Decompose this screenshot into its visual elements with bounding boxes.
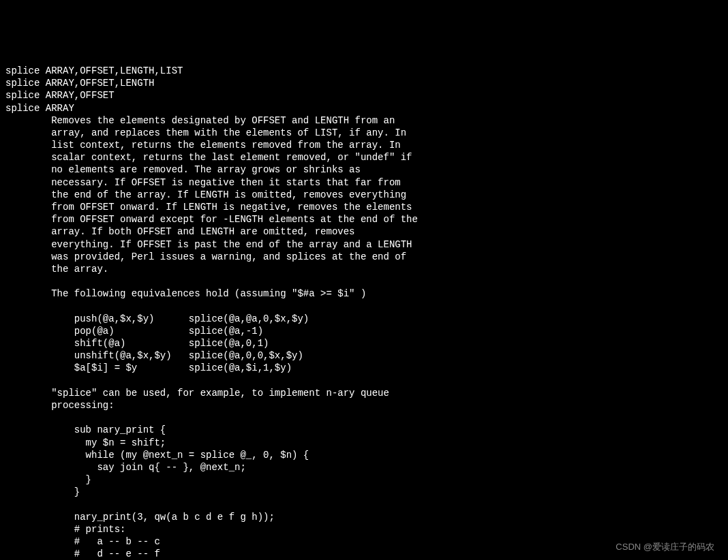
description-line: no elements are removed. The array grows… [5,164,361,175]
description-line: scalar context, returns the last element… [5,152,412,163]
description-line: list context, returns the elements remov… [5,140,401,151]
example-code-line: my $n = shift; [5,437,166,448]
example-code-line: # prints: [5,524,125,535]
example-code-line: # d -- e -- f [5,548,160,559]
equivalences-intro: The following equivalences hold (assumin… [5,288,366,299]
example-code-line: say join q{ -- }, @next_n; [5,462,246,473]
equivalence-row: shift(@a) splice(@a,0,1) [5,338,269,349]
example-code-line: # a -- b -- c [5,536,160,547]
description-line: array. If both OFFSET and LENGTH are omi… [5,226,354,237]
description-line: from OFFSET onward. If LENGTH is negativ… [5,202,412,213]
description-line: the end of the array. If LENGTH is omitt… [5,189,406,200]
synopsis-line-4: splice ARRAY [5,103,74,114]
example-intro-line: processing: [5,400,115,411]
description-line: Removes the elements designated by OFFSE… [5,115,395,126]
description-line: from OFFSET onward except for -LENGTH el… [5,214,418,225]
description-line: necessary. If OFFSET is negative then it… [5,177,401,188]
description-line: was provided, Perl issues a warning, and… [5,251,406,262]
manpage-content: splice ARRAY,OFFSET,LENGTH,LIST splice A… [5,52,723,560]
example-code-line: nary_print(3, qw(a b c d e f g h)); [5,512,275,523]
watermark-text: CSDN @爱读庄子的码农 [616,542,714,553]
example-code-line: } [5,486,80,497]
example-code-line: while (my @next_n = splice @_, 0, $n) { [5,450,309,461]
description-line: the array. [5,264,108,275]
equivalence-row: push(@a,$x,$y) splice(@a,@a,0,$x,$y) [5,313,309,324]
equivalence-row: $a[$i] = $y splice(@a,$i,1,$y) [5,362,292,373]
equivalence-row: unshift(@a,$x,$y) splice(@a,0,0,$x,$y) [5,350,303,361]
example-code-line: } [5,474,91,485]
synopsis-line-2: splice ARRAY,OFFSET,LENGTH [5,78,154,89]
synopsis-line-1: splice ARRAY,OFFSET,LENGTH,LIST [5,65,183,76]
description-line: array, and replaces them with the elemen… [5,127,406,138]
example-code-line: sub nary_print { [5,424,166,435]
synopsis-line-3: splice ARRAY,OFFSET [5,90,115,101]
example-intro-line: "splice" can be used, for example, to im… [5,388,389,399]
description-line: everything. If OFFSET is past the end of… [5,239,412,250]
equivalence-row: pop(@a) splice(@a,-1) [5,326,263,337]
